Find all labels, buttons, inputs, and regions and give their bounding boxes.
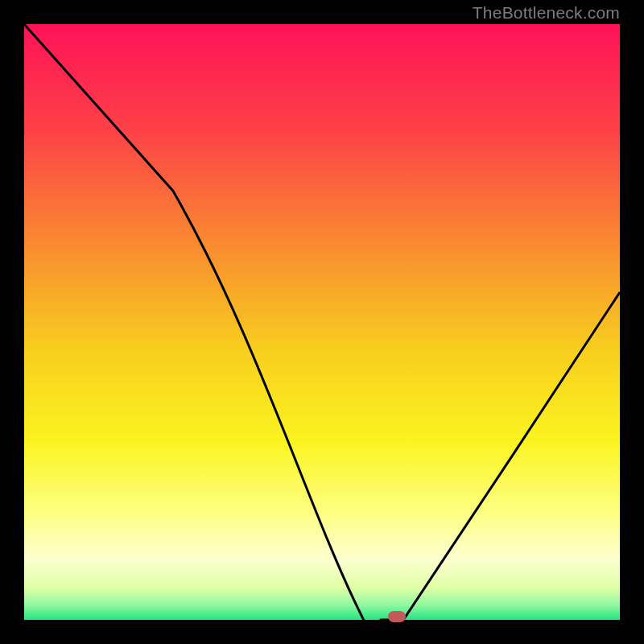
attribution-text: TheBottleneck.com: [473, 3, 620, 23]
optimum-marker: [388, 611, 406, 622]
plot-area: [24, 24, 620, 620]
chart-frame: TheBottleneck.com: [0, 0, 644, 644]
gradient-background: [24, 24, 620, 620]
chart-svg: [24, 24, 620, 620]
